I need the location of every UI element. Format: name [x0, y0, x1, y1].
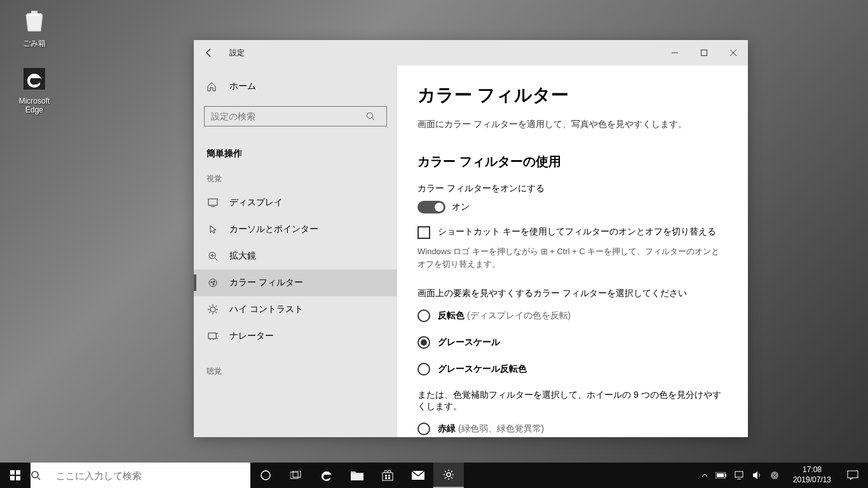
radio-button[interactable]	[417, 336, 430, 349]
taskbar-app-settings[interactable]	[433, 463, 464, 488]
radio-label: グレースケール反転色	[438, 363, 527, 375]
settings-search-input[interactable]	[205, 111, 366, 121]
sidebar-item-narrator[interactable]: ナレーター	[194, 323, 397, 349]
svg-point-12	[209, 279, 217, 287]
home-icon	[207, 81, 219, 92]
taskbar-clock[interactable]: 17:08 2019/07/13	[787, 463, 837, 488]
radio-label: 赤緑 (緑色弱、緑色覚異常)	[438, 423, 544, 435]
radio-button[interactable]	[417, 309, 430, 322]
svg-point-42	[447, 473, 451, 477]
search-icon	[31, 470, 56, 480]
radio-grayscale[interactable]: グレースケール	[417, 336, 728, 349]
svg-line-5	[372, 118, 375, 121]
svg-point-13	[211, 281, 213, 283]
sidebar-item-cursor[interactable]: カーソルとポインター	[194, 216, 397, 243]
window-title: 設定	[229, 48, 245, 58]
minimize-button[interactable]	[660, 40, 689, 65]
recycle-bin-icon	[19, 5, 50, 36]
taskbar-app-edge[interactable]	[311, 463, 342, 488]
svg-point-32	[261, 471, 270, 480]
shortcut-checkbox[interactable]	[417, 226, 430, 239]
taskbar-search[interactable]	[31, 463, 250, 488]
sidebar-item-magnifier[interactable]: 拡大鏡	[194, 243, 397, 269]
display-icon	[207, 198, 219, 208]
radio-inverted[interactable]: 反転色 (ディスプレイの色を反転)	[417, 309, 728, 322]
maximize-button[interactable]	[689, 40, 719, 65]
sidebar-category-visual: 視覚	[194, 166, 397, 189]
svg-rect-44	[725, 474, 726, 477]
back-button[interactable]	[194, 40, 224, 65]
sidebar-item-label: ナレーター	[229, 330, 274, 342]
desktop-icon-edge[interactable]: Microsoft Edge	[10, 64, 58, 114]
svg-rect-35	[351, 473, 363, 480]
magnifier-icon	[207, 251, 219, 261]
titlebar: 設定	[194, 40, 748, 65]
start-button[interactable]	[0, 463, 31, 488]
svg-rect-45	[717, 473, 724, 477]
search-icon	[366, 112, 386, 121]
sidebar-home-label: ホーム	[229, 81, 256, 92]
tray-chevron-icon[interactable]	[698, 472, 712, 478]
sidebar-item-display[interactable]: ディスプレイ	[194, 189, 397, 216]
tray-ime-icon[interactable]	[766, 471, 783, 480]
svg-rect-38	[388, 475, 390, 477]
svg-rect-0	[31, 11, 37, 13]
svg-rect-26	[10, 470, 15, 475]
radio-label: 反転色 (ディスプレイの色を反転)	[438, 310, 571, 322]
sidebar-item-label: ディスプレイ	[229, 197, 283, 208]
svg-point-16	[210, 307, 215, 312]
settings-search[interactable]	[204, 106, 387, 126]
taskbar: 17:08 2019/07/13	[0, 463, 868, 488]
task-view-button[interactable]	[281, 463, 311, 488]
system-tray	[694, 463, 787, 488]
sidebar-category-hearing: 聴覚	[194, 358, 397, 382]
color-filter-toggle[interactable]	[417, 201, 445, 214]
svg-rect-6	[208, 199, 217, 205]
toggle-state-label: オン	[452, 201, 470, 213]
clock-date: 2019/07/13	[793, 475, 831, 485]
svg-point-4	[367, 113, 373, 119]
sidebar-home[interactable]: ホーム	[194, 74, 397, 98]
svg-rect-27	[16, 470, 20, 475]
sidebar-item-label: カーソルとポインター	[229, 224, 318, 235]
action-center-button[interactable]	[837, 463, 868, 488]
taskbar-app-explorer[interactable]	[342, 463, 372, 488]
shortcut-checkbox-label: ショートカット キーを使用してフィルターのオンとオフを切り替える	[438, 226, 716, 238]
taskbar-app-store[interactable]	[372, 463, 403, 488]
cursor-icon	[207, 224, 219, 234]
svg-rect-39	[385, 477, 387, 479]
svg-rect-40	[388, 477, 390, 479]
sidebar-item-color-filter[interactable]: カラー フィルター	[194, 269, 397, 296]
radio-button[interactable]	[417, 423, 430, 435]
taskbar-search-input[interactable]	[56, 470, 250, 481]
svg-point-30	[32, 471, 38, 478]
sidebar-section-header: 簡単操作	[194, 142, 397, 166]
high-contrast-icon	[207, 304, 219, 315]
svg-rect-36	[383, 473, 393, 480]
sidebar-item-high-contrast[interactable]: ハイ コントラスト	[194, 296, 397, 323]
sidebar-item-label: ハイ コントラスト	[229, 304, 303, 315]
radio-label: グレースケール	[438, 337, 500, 348]
page-title: カラー フィルター	[417, 83, 728, 107]
svg-rect-37	[385, 475, 387, 477]
radio-grayscale-inverted[interactable]: グレースケール反転色	[417, 363, 728, 376]
tray-network-icon[interactable]	[731, 471, 749, 480]
radio-red-green[interactable]: 赤緑 (緑色弱、緑色覚異常)	[417, 423, 728, 435]
clock-time: 17:08	[793, 465, 831, 475]
cvd-select-label: または、色覚補助フィルターを選択して、ホイールの 9 つの色を見分けやすくします…	[417, 390, 728, 412]
close-button[interactable]	[719, 40, 748, 65]
cortana-button[interactable]	[250, 463, 281, 488]
sidebar-item-label: カラー フィルター	[229, 277, 303, 288]
shortcut-hint: Windows ロゴ キーを押しながら ⊞ + Ctrl + C キーを押して、…	[417, 245, 728, 270]
tray-volume-icon[interactable]	[749, 471, 766, 480]
section-heading: カラー フィルターの使用	[417, 153, 728, 170]
color-filter-icon	[207, 278, 219, 288]
svg-point-15	[213, 283, 215, 285]
narrator-icon	[207, 331, 219, 341]
radio-button[interactable]	[417, 363, 430, 376]
tray-battery-icon[interactable]	[712, 472, 731, 478]
page-description: 画面にカラー フィルターを適用して、写真や色を見やすくします。	[417, 119, 728, 130]
taskbar-app-mail[interactable]	[403, 463, 433, 488]
desktop-icon-recycle-bin[interactable]: ごみ箱	[10, 5, 58, 49]
svg-line-23	[215, 306, 217, 307]
